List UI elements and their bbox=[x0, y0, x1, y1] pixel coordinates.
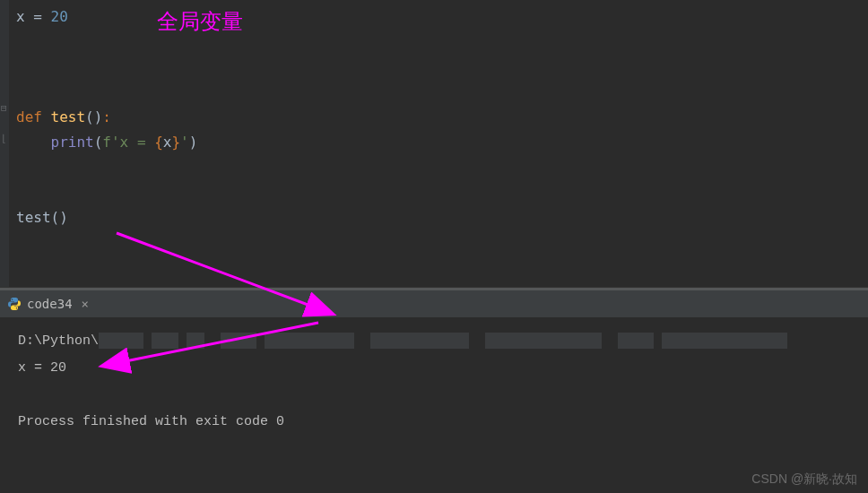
code-line-2[interactable] bbox=[0, 30, 868, 55]
function-name: test bbox=[51, 108, 86, 125]
code-line-6[interactable]: print(f'x = {x}') bbox=[0, 130, 868, 155]
function-call: test() bbox=[16, 209, 68, 226]
colon: : bbox=[102, 108, 111, 125]
watermark-text: CSDN @新晓·故知 bbox=[751, 471, 857, 488]
console-tab-bar: code34 × bbox=[0, 290, 868, 317]
console-blank-line bbox=[18, 382, 850, 409]
paren-close: ) bbox=[189, 134, 198, 151]
code-line-7[interactable] bbox=[0, 155, 868, 180]
redacted-block bbox=[265, 333, 354, 349]
redacted-block bbox=[187, 333, 204, 349]
number-literal: 20 bbox=[51, 8, 68, 25]
redacted-block bbox=[99, 333, 143, 349]
redacted-block bbox=[662, 333, 787, 349]
path-text: D:\Python\ bbox=[18, 333, 99, 349]
redacted-block bbox=[152, 333, 178, 349]
code-line-9[interactable]: test() bbox=[0, 205, 868, 230]
fstring-brace-open: { bbox=[154, 134, 163, 151]
console-path-line: D:\Python\ bbox=[18, 328, 850, 355]
variable-name: x bbox=[16, 8, 33, 25]
console-blank-line-2 bbox=[18, 436, 850, 463]
editor-gutter: ⊟ ⌊ bbox=[0, 0, 9, 287]
fstring-text: f'x = bbox=[102, 134, 154, 151]
keyword-def: def bbox=[16, 108, 51, 125]
builtin-print: print bbox=[51, 134, 94, 151]
code-editor[interactable]: ⊟ ⌊ x = 20 def test(): print(f'x = {x}')… bbox=[0, 0, 868, 287]
paren-pair: () bbox=[85, 108, 102, 125]
annotation-global-var: 全局变量 bbox=[157, 7, 243, 36]
fstring-close-quote: ' bbox=[180, 134, 189, 151]
redacted-block bbox=[485, 333, 602, 349]
code-line-3[interactable] bbox=[0, 55, 868, 80]
code-line-5[interactable]: def test(): bbox=[0, 105, 868, 130]
paren-open: ( bbox=[94, 134, 103, 151]
code-line-1[interactable]: x = 20 bbox=[0, 4, 868, 30]
fold-end-icon[interactable]: ⌊ bbox=[1, 133, 7, 144]
code-line-8[interactable] bbox=[0, 180, 868, 205]
tab-label: code34 bbox=[27, 297, 73, 311]
redacted-block bbox=[618, 333, 654, 349]
code-line-4[interactable] bbox=[0, 80, 868, 105]
redacted-block bbox=[221, 333, 256, 349]
fstring-var: x bbox=[163, 134, 172, 151]
close-tab-icon[interactable]: × bbox=[82, 297, 89, 311]
console-tab[interactable]: code34 × bbox=[7, 297, 89, 311]
console-output[interactable]: D:\Python\ x = 20 Process finished with … bbox=[0, 317, 868, 473]
fstring-brace-close: } bbox=[171, 134, 180, 151]
console-exit-line: Process finished with exit code 0 bbox=[18, 409, 850, 436]
operator-equals: = bbox=[33, 8, 50, 25]
fold-marker-icon[interactable]: ⊟ bbox=[1, 102, 7, 114]
indent bbox=[16, 134, 51, 151]
redacted-block bbox=[370, 333, 469, 349]
console-output-line: x = 20 bbox=[18, 355, 850, 382]
python-icon bbox=[7, 297, 22, 311]
